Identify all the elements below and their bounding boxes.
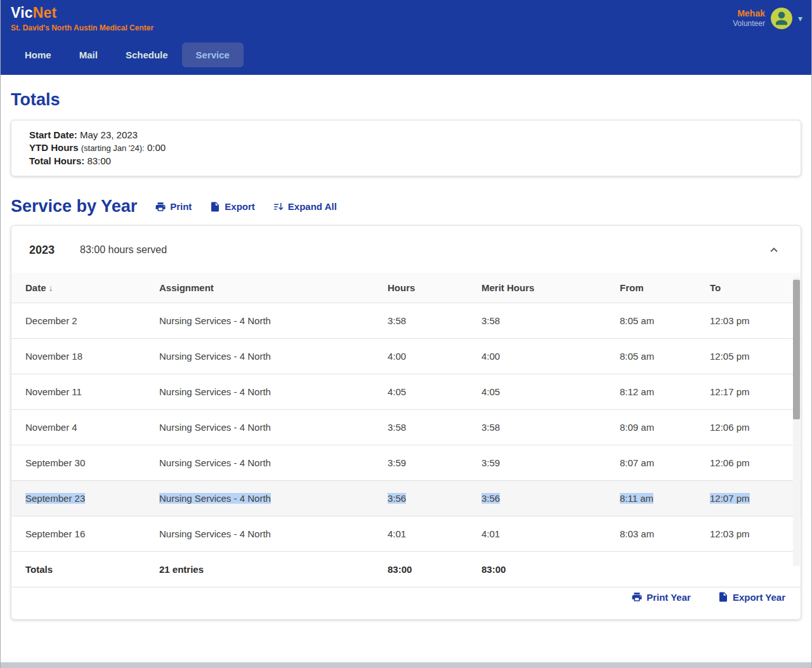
table-header-row: Date↓ Assignment Hours Merit Hours From … <box>11 273 801 303</box>
user-name: Mehak <box>733 8 765 19</box>
table-cell: 4:01 <box>383 516 476 552</box>
column-header-date[interactable]: Date↓ <box>11 273 154 303</box>
table-cell: 12:03 pm <box>705 516 801 552</box>
column-label-assignment: Assignment <box>159 282 214 293</box>
brand-vic: Vic <box>11 4 33 21</box>
table-cell: Nursing Services - 4 North <box>154 374 383 410</box>
totals-row-merit-hours: 83:00 <box>476 552 615 587</box>
column-label-to: To <box>710 282 721 293</box>
tab-mail[interactable]: Mail <box>65 43 112 67</box>
totals-row-empty-from <box>615 552 705 587</box>
column-label-merit-hours: Merit Hours <box>481 282 534 293</box>
start-date-line: Start Date: May 23, 2023 <box>29 129 783 141</box>
user-role: Volunteer <box>733 19 765 29</box>
sort-expand-icon <box>273 201 284 213</box>
column-header-hours[interactable]: Hours <box>383 273 476 303</box>
column-label-date: Date <box>25 282 46 293</box>
table-row[interactable]: November 18Nursing Services - 4 North4:0… <box>11 339 801 374</box>
column-header-assignment[interactable]: Assignment <box>154 273 383 303</box>
expand-all-button[interactable]: Expand All <box>273 201 337 213</box>
table-cell: 3:58 <box>383 410 476 445</box>
table-cell: 3:59 <box>383 445 476 481</box>
print-label: Print <box>170 201 192 212</box>
table-cell: September 23 <box>11 481 154 516</box>
print-button[interactable]: Print <box>155 201 192 213</box>
brand-logo[interactable]: VicNet <box>11 4 56 22</box>
user-menu[interactable]: Mehak Volunteer ▾ <box>733 7 802 30</box>
table-cell: Nursing Services - 4 North <box>154 303 383 339</box>
table-cell: 12:05 pm <box>705 339 801 374</box>
tab-service[interactable]: Service <box>182 43 244 67</box>
brand-net: Net <box>33 4 57 21</box>
table-cell: 3:59 <box>476 445 615 481</box>
totals-row-label: Totals <box>11 552 154 587</box>
total-hours-value: 83:00 <box>87 155 111 166</box>
totals-row-hours: 83:00 <box>383 552 476 587</box>
table-cell: 12:17 pm <box>705 374 801 410</box>
table-cell: 3:58 <box>476 303 615 339</box>
total-hours-line: Total Hours: 83:00 <box>29 155 783 167</box>
file-export-icon <box>209 201 221 213</box>
service-by-year-header: Service by Year Print Export Expand All <box>11 197 801 216</box>
totals-row: Totals 21 entries 83:00 83:00 <box>11 552 801 587</box>
tab-home[interactable]: Home <box>11 43 65 67</box>
year-label: 2023 <box>29 244 55 257</box>
table-cell: November 11 <box>11 374 154 410</box>
export-button[interactable]: Export <box>209 201 255 213</box>
table-row[interactable]: November 11Nursing Services - 4 North4:0… <box>11 374 801 410</box>
tab-schedule[interactable]: Schedule <box>112 43 182 67</box>
table-cell: 8:09 am <box>615 410 705 445</box>
column-header-merit-hours[interactable]: Merit Hours <box>476 273 615 303</box>
printer-icon <box>631 591 643 603</box>
table-cell: Nursing Services - 4 North <box>154 445 383 481</box>
table-cell: 3:58 <box>383 303 476 339</box>
scrollbar-thumb[interactable] <box>793 280 800 419</box>
table-cell: November 18 <box>11 339 154 374</box>
chevron-down-icon[interactable]: ▾ <box>798 14 802 23</box>
table-cell: September 30 <box>11 445 154 481</box>
print-year-label: Print Year <box>646 592 691 603</box>
print-year-button[interactable]: Print Year <box>631 591 691 603</box>
year-footer: Print Year Export Year <box>11 587 801 619</box>
totals-title: Totals <box>11 90 801 110</box>
table-cell: 4:01 <box>476 516 615 552</box>
table-row[interactable]: September 30Nursing Services - 4 North3:… <box>11 445 801 481</box>
scrollbar[interactable] <box>793 277 800 566</box>
table-row[interactable]: November 4Nursing Services - 4 North3:58… <box>11 410 801 445</box>
table-cell: 12:06 pm <box>705 445 801 481</box>
column-label-from: From <box>620 282 644 293</box>
table-row[interactable]: September 16Nursing Services - 4 North4:… <box>11 516 801 552</box>
main-nav: Home Mail Schedule Service <box>11 43 244 67</box>
facility-name: St. David's North Austin Medical Center <box>11 23 154 32</box>
table-row[interactable]: December 2Nursing Services - 4 North3:58… <box>11 303 801 339</box>
ytd-hours-line: YTD Hours (starting Jan '24): 0:00 <box>29 141 783 155</box>
column-header-to[interactable]: To <box>705 273 801 303</box>
table-cell: Nursing Services - 4 North <box>154 481 383 516</box>
total-hours-label: Total Hours: <box>29 155 84 166</box>
table-cell: 4:05 <box>476 374 615 410</box>
app-window: VicNet St. David's North Austin Medical … <box>0 0 812 668</box>
export-year-button[interactable]: Export Year <box>717 591 785 603</box>
year-header[interactable]: 2023 83:00 hours served <box>11 226 801 273</box>
table-cell: November 4 <box>11 410 154 445</box>
column-header-from[interactable]: From <box>615 273 705 303</box>
table-cell: 3:56 <box>476 481 615 516</box>
chevron-up-icon <box>767 243 781 257</box>
ytd-hours-note: (starting Jan '24): <box>81 143 145 153</box>
export-year-label: Export Year <box>733 592 785 603</box>
table-cell: 12:06 pm <box>705 410 801 445</box>
avatar[interactable] <box>770 7 793 30</box>
table-cell: September 16 <box>11 516 154 552</box>
column-label-hours: Hours <box>388 282 415 293</box>
totals-row-entries: 21 entries <box>154 552 383 587</box>
ytd-hours-label: YTD Hours <box>29 142 79 153</box>
top-navbar: VicNet St. David's North Austin Medical … <box>1 0 811 75</box>
table-cell: 4:00 <box>476 339 615 374</box>
table-row[interactable]: September 23Nursing Services - 4 North3:… <box>11 481 801 516</box>
table-cell: 8:12 am <box>615 374 705 410</box>
export-label: Export <box>225 201 255 212</box>
collapse-year-button[interactable] <box>765 241 783 259</box>
expand-all-label: Expand All <box>288 201 337 212</box>
table-cell: 4:00 <box>383 339 476 374</box>
table-cell: 8:11 am <box>615 481 705 516</box>
